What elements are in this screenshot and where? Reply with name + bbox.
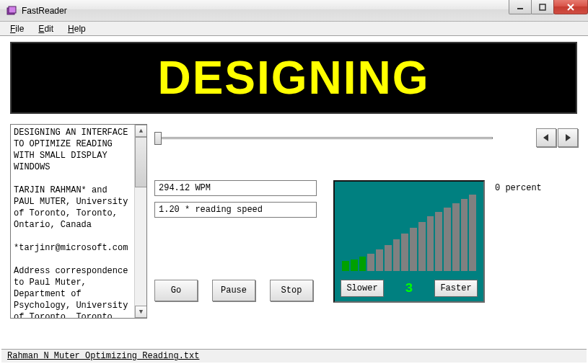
speed-panel: Slower 3 Faster — [333, 180, 485, 303]
title-bar: FastReader — [0, 0, 588, 22]
speed-bar — [367, 254, 374, 271]
speed-bar — [359, 257, 367, 271]
current-word: DESIGNING — [157, 51, 429, 105]
client-area: DESIGNING DESIGNING AN INTERFACE TO OPTI… — [0, 36, 588, 319]
slower-button[interactable]: Slower — [341, 280, 384, 297]
multiplier-field: 1.20 * reading speed — [154, 202, 317, 218]
svg-marker-6 — [543, 134, 548, 141]
svg-rect-3 — [540, 4, 545, 10]
slider-thumb[interactable] — [154, 132, 162, 145]
position-slider[interactable] — [154, 130, 493, 145]
window-title: FastReader — [22, 6, 67, 16]
scroll-thumb[interactable] — [135, 137, 147, 187]
status-bar: Rahman_N_Muter_Optimizing_Reading.txt — [1, 349, 587, 363]
pause-button[interactable]: Pause — [212, 280, 255, 301]
svg-marker-7 — [566, 134, 571, 141]
speed-bar — [393, 239, 400, 271]
wpm-field: 294.12 WPM — [154, 180, 317, 196]
speed-bar — [427, 216, 434, 271]
svg-rect-1 — [9, 6, 16, 13]
next-button[interactable] — [558, 128, 578, 147]
speed-bar — [452, 203, 460, 271]
speed-bar — [444, 208, 451, 271]
faster-button[interactable]: Faster — [434, 280, 478, 297]
speed-bars — [342, 192, 476, 271]
app-icon — [6, 5, 17, 17]
speed-bar — [435, 212, 442, 271]
scroll-up-button[interactable]: ▲ — [135, 125, 147, 137]
speed-bar — [342, 261, 349, 271]
minimize-button[interactable] — [509, 0, 532, 14]
prev-button[interactable] — [536, 128, 556, 147]
stats-group: 294.12 WPM 1.20 * reading speed Go Pause… — [154, 180, 320, 303]
speed-bar — [351, 259, 358, 271]
go-button[interactable]: Go — [154, 280, 198, 301]
text-scrollbar[interactable]: ▲ ▼ — [134, 125, 146, 318]
source-text-pane[interactable]: DESIGNING AN INTERFACE TO OPTIMIZE READI… — [10, 124, 147, 319]
speed-bar — [461, 199, 468, 271]
stop-button[interactable]: Stop — [270, 280, 313, 301]
scroll-down-button[interactable]: ▼ — [135, 306, 147, 318]
speed-bar — [385, 245, 392, 271]
speed-bar — [469, 195, 476, 271]
close-button[interactable] — [553, 0, 588, 14]
menu-edit[interactable]: Edit — [32, 22, 59, 35]
speed-bar — [401, 234, 408, 271]
menu-help[interactable]: Help — [62, 22, 92, 35]
speed-bar — [418, 222, 426, 271]
speed-bar — [410, 228, 417, 271]
menu-bar: File Edit Help — [0, 22, 588, 36]
status-filename: Rahman_N_Muter_Optimizing_Reading.txt — [7, 351, 199, 361]
word-display-panel: DESIGNING — [10, 42, 577, 114]
percent-label: 0 percent — [495, 183, 542, 193]
maximize-button[interactable] — [531, 0, 554, 14]
speed-bar — [376, 249, 383, 271]
speed-level: 3 — [405, 281, 413, 296]
source-text: DESIGNING AN INTERFACE TO OPTIMIZE READI… — [11, 125, 133, 319]
menu-file[interactable]: File — [4, 22, 30, 35]
